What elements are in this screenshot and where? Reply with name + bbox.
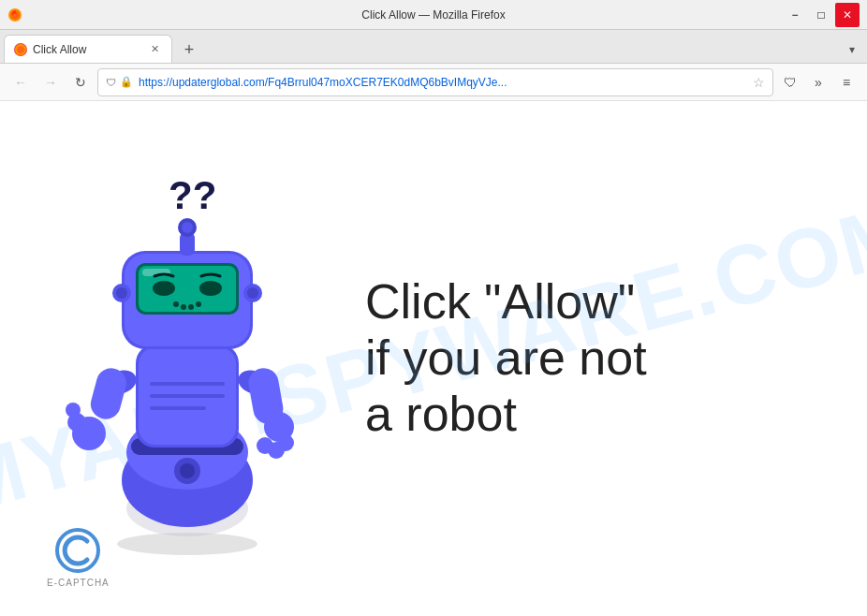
svg-point-36 [153,281,175,296]
new-tab-button[interactable]: + [176,37,202,63]
svg-point-10 [180,463,195,478]
svg-point-32 [182,222,193,233]
svg-text:??: ?? [169,173,216,217]
svg-point-39 [181,304,186,310]
svg-point-43 [116,287,127,299]
window-title: Click Allow — Mozilla Firefox [361,8,505,22]
captcha-label: E-CAPTCHA [47,578,110,588]
reload-button[interactable]: ↻ [67,69,94,95]
firefox-icon [7,7,22,22]
tab-favicon [14,43,27,56]
tab-bar: Click Allow ✕ + ▾ [0,30,867,64]
tab-close-button[interactable]: ✕ [147,42,162,57]
svg-point-20 [66,403,81,418]
text-section: Click "Allow" if you are not a robot [365,274,647,442]
lock-icon: 🔒 [120,76,133,88]
main-headline: Click "Allow" if you are not a robot [365,274,647,442]
url-text: https://updaterglobal.com/Fq4Brrul047moX… [139,76,747,89]
menu-button[interactable]: ≡ [833,69,860,95]
window-controls: − □ ✕ [783,3,860,27]
svg-point-40 [188,304,194,310]
tab-label: Click Allow [33,43,141,56]
minimize-button[interactable]: − [783,3,807,27]
forward-button[interactable]: → [37,69,64,95]
navigation-bar: ← → ↻ 🛡 🔒 https://updaterglobal.com/Fq4B… [0,64,867,101]
extensions-icon[interactable]: » [805,69,831,95]
maximize-button[interactable]: □ [809,3,833,27]
svg-point-3 [17,46,24,53]
title-bar-left [7,7,22,22]
svg-point-26 [257,437,273,454]
back-button[interactable]: ← [7,69,34,95]
shield-icon: 🛡 [106,77,116,88]
page-content: MYANTISPYWARE.COM ?? [0,101,867,616]
bookmark-star-icon[interactable]: ☆ [753,75,765,90]
svg-point-38 [173,301,179,307]
svg-rect-13 [150,382,225,386]
svg-point-37 [199,281,222,296]
address-icons: 🛡 🔒 [106,76,133,88]
svg-point-41 [196,301,201,307]
nav-right-icons: 🛡 » ≡ [777,69,860,95]
close-button[interactable]: ✕ [835,3,860,27]
robot-illustration: ?? [37,162,337,555]
tab-list-button[interactable]: ▾ [841,37,863,63]
svg-point-45 [247,287,258,299]
svg-rect-15 [150,406,206,410]
captcha-section: E-CAPTCHA [47,527,110,588]
address-bar[interactable]: 🛡 🔒 https://updaterglobal.com/Fq4Brrul04… [97,68,773,96]
firefox-account-icon[interactable]: 🛡 [777,69,803,95]
svg-point-46 [117,533,257,555]
svg-rect-14 [150,394,225,398]
title-bar: Click Allow — Mozilla Firefox − □ ✕ [0,0,867,30]
active-tab[interactable]: Click Allow ✕ [4,35,172,63]
